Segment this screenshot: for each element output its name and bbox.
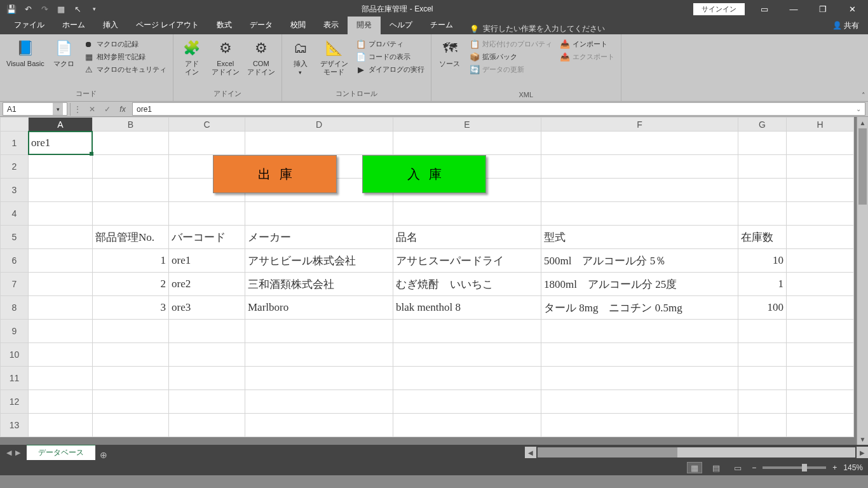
ribbon-options-icon[interactable]: ▭: [750, 0, 779, 18]
cell-B3[interactable]: [93, 179, 169, 202]
scroll-left-icon[interactable]: ◀: [525, 447, 536, 458]
cell-C8[interactable]: ore3: [169, 296, 245, 320]
macro-security-button[interactable]: ⚠マクロのセキュリティ: [81, 64, 169, 75]
cell-B4[interactable]: [93, 202, 169, 226]
close-icon[interactable]: ✕: [837, 0, 867, 18]
export-button[interactable]: 📤エクスポート: [557, 51, 617, 62]
redo-icon[interactable]: ↷: [37, 1, 52, 17]
row-header-1[interactable]: 1: [1, 132, 29, 155]
row-header-5[interactable]: 5: [1, 226, 29, 249]
cell-C6[interactable]: ore1: [169, 249, 245, 273]
signin-button[interactable]: サインイン: [693, 3, 745, 15]
tab-review[interactable]: 校閲: [281, 17, 315, 34]
collapse-ribbon-icon[interactable]: ˄: [862, 92, 865, 100]
properties-button[interactable]: 📋プロパティ: [353, 38, 427, 50]
col-header-H[interactable]: H: [787, 118, 854, 132]
excel-addins-button[interactable]: ⚙Excel アドイン: [209, 37, 242, 78]
vertical-scrollbar[interactable]: ▲ ▼: [857, 117, 868, 445]
cell-C9[interactable]: [169, 320, 245, 343]
cell-H6[interactable]: [787, 249, 854, 273]
cell-F12[interactable]: [541, 390, 738, 414]
cell-B8[interactable]: 3: [93, 296, 169, 320]
source-button[interactable]: 🗺ソース: [435, 37, 465, 69]
cell-A6[interactable]: [29, 249, 93, 273]
name-box[interactable]: A1 ▾: [3, 102, 67, 116]
col-header-A[interactable]: A: [29, 118, 93, 132]
sheet-nav[interactable]: ◀ ▶: [0, 445, 27, 460]
cell-F4[interactable]: [541, 202, 738, 226]
cell-G8[interactable]: 100: [738, 296, 787, 320]
cell-F8[interactable]: タール 8mg ニコチン 0.5mg: [541, 296, 738, 320]
cell-A2[interactable]: [29, 155, 93, 179]
cell-A5[interactable]: [29, 226, 93, 249]
cell-G5[interactable]: 在庫数: [738, 226, 787, 249]
cell-A11[interactable]: [29, 367, 93, 390]
formula-input[interactable]: ore1 ⌄: [132, 102, 865, 116]
cell-G6[interactable]: 10: [738, 249, 787, 273]
cell-D10[interactable]: [245, 343, 393, 367]
cell-G10[interactable]: [738, 343, 787, 367]
touch-mode-icon[interactable]: ▦: [53, 1, 69, 17]
visual-basic-button[interactable]: 📘Visual Basic: [4, 37, 47, 69]
cell-G12[interactable]: [738, 390, 787, 414]
cell-B7[interactable]: 2: [93, 273, 169, 296]
cell-A10[interactable]: [29, 343, 93, 367]
cell-C11[interactable]: [169, 367, 245, 390]
page-break-view-icon[interactable]: ▭: [730, 462, 745, 473]
cell-D5[interactable]: メーカー: [245, 226, 393, 249]
normal-view-icon[interactable]: ▦: [687, 462, 702, 473]
cell-F9[interactable]: [541, 320, 738, 343]
tab-layout[interactable]: ページ レイアウト: [127, 17, 208, 34]
cell-E5[interactable]: 品名: [393, 226, 541, 249]
cell-B12[interactable]: [93, 390, 169, 414]
cell-C5[interactable]: バーコード: [169, 226, 245, 249]
cell-B9[interactable]: [93, 320, 169, 343]
cell-A12[interactable]: [29, 390, 93, 414]
record-macro-button[interactable]: ⏺マクロの記録: [81, 38, 169, 50]
qat-more-icon[interactable]: ▾: [86, 1, 102, 17]
cell-D12[interactable]: [245, 390, 393, 414]
cell-G13[interactable]: [738, 414, 787, 437]
cell-H12[interactable]: [787, 390, 854, 414]
cell-B10[interactable]: [93, 343, 169, 367]
name-box-dropdown-icon[interactable]: ▾: [53, 103, 63, 115]
cell-F2[interactable]: [541, 155, 738, 179]
cell-H2[interactable]: [787, 155, 854, 179]
cell-H7[interactable]: [787, 273, 854, 296]
in-stock-button[interactable]: 入庫: [362, 155, 486, 193]
col-header-B[interactable]: B: [93, 118, 169, 132]
cell-A3[interactable]: [29, 179, 93, 202]
run-dialog-button[interactable]: ▶ダイアログの実行: [353, 64, 427, 75]
tab-formula[interactable]: 数式: [208, 17, 241, 34]
cell-F7[interactable]: 1800ml アルコール分 25度: [541, 273, 738, 296]
share-button[interactable]: 👤 共有: [824, 17, 868, 34]
cell-H4[interactable]: [787, 202, 854, 226]
cell-H3[interactable]: [787, 179, 854, 202]
cell-H10[interactable]: [787, 343, 854, 367]
cell-A9[interactable]: [29, 320, 93, 343]
out-stock-button[interactable]: 出庫: [213, 155, 337, 193]
cell-E4[interactable]: [393, 202, 541, 226]
cell-H1[interactable]: [787, 132, 854, 155]
undo-icon[interactable]: ↶: [20, 1, 36, 17]
cell-C13[interactable]: [169, 414, 245, 437]
insert-control-button[interactable]: 🗂挿入▾: [286, 37, 315, 78]
cell-E8[interactable]: blak menthol 8: [393, 296, 541, 320]
cell-F5[interactable]: 型式: [541, 226, 738, 249]
col-header-D[interactable]: D: [245, 118, 393, 132]
macros-button[interactable]: 📄マクロ: [50, 37, 79, 69]
addins-button[interactable]: 🧩アド イン: [177, 37, 207, 78]
row-header-2[interactable]: 2: [1, 155, 29, 179]
cell-F6[interactable]: 500ml アルコール分 5％: [541, 249, 738, 273]
tab-data[interactable]: データ: [241, 17, 281, 34]
grid[interactable]: ABCDEFGH1ore12345部品管理No.バーコードメーカー品名型式在庫数…: [0, 117, 857, 445]
cell-B2[interactable]: [93, 155, 169, 179]
vscroll-thumb[interactable]: [858, 128, 867, 205]
minimize-icon[interactable]: —: [779, 0, 808, 18]
map-properties-button[interactable]: 📋対応付けのプロパティ: [467, 38, 555, 50]
cell-B11[interactable]: [93, 367, 169, 390]
scroll-up-icon[interactable]: ▲: [857, 117, 868, 128]
cell-G7[interactable]: 1: [738, 273, 787, 296]
select-all-corner[interactable]: [1, 118, 29, 132]
cell-F1[interactable]: [541, 132, 738, 155]
